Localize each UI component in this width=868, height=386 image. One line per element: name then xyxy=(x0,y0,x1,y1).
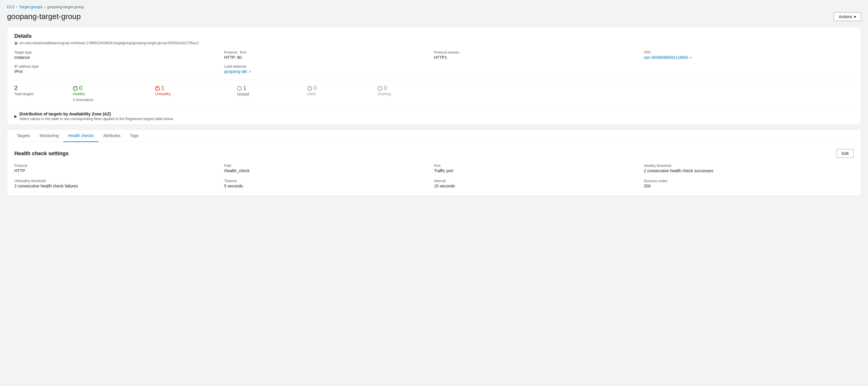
initial-icon xyxy=(307,86,312,91)
target-type-value: Instance xyxy=(14,55,224,60)
unhealthy-icon xyxy=(155,86,160,91)
setting-unhealthy-threshold-label: Unhealthy threshold xyxy=(14,179,224,183)
tab-targets[interactable]: Targets xyxy=(12,130,35,142)
chevron-down-icon: ▾ xyxy=(854,14,856,19)
stat-initial: 0 Initial xyxy=(307,85,378,102)
setting-timeout-label: Timeout xyxy=(224,179,434,183)
vpc-link[interactable]: vpc-00090d66f2e11f640 xyxy=(644,55,688,60)
stat-draining-number: 0 xyxy=(384,85,387,91)
stat-anomalous: 0 Anomalous xyxy=(73,98,150,102)
breadcrumb-sep-2: › xyxy=(44,5,45,9)
distribution-section[interactable]: ▶ Distribution of targets by Availabilit… xyxy=(7,108,861,125)
stat-unused-row: 1 xyxy=(237,85,303,92)
stat-initial-label: Initial xyxy=(307,92,373,96)
breadcrumb-ec2[interactable]: EC2 xyxy=(7,5,14,9)
details-title: Details xyxy=(14,33,854,39)
protocol-version-label: Protocol version xyxy=(434,51,644,55)
tab-attributes[interactable]: Attributes xyxy=(98,130,125,142)
stat-draining: 0 Draining xyxy=(378,85,448,102)
setting-success-codes-value: 200 xyxy=(644,184,854,188)
ip-type-value: IPv4 xyxy=(14,69,224,74)
setting-path-value: /health_check xyxy=(224,168,434,173)
breadcrumb-target-groups[interactable]: Target groups xyxy=(19,5,42,9)
tab-monitoring[interactable]: Monitoring xyxy=(35,130,63,142)
edit-button[interactable]: Edit xyxy=(837,149,854,158)
stat-unused-number: 1 xyxy=(243,85,246,91)
stat-unhealthy: 1 Unhealthy xyxy=(155,85,237,102)
setting-unhealthy-threshold: Unhealthy threshold 2 consecutive health… xyxy=(14,179,224,188)
setting-interval: Interval 15 seconds xyxy=(434,179,644,188)
details-card: Details ▦ arn:aws:elasticloadbalancing:a… xyxy=(7,27,861,125)
setting-port: Port Traffic port xyxy=(434,164,644,173)
setting-healthy-threshold-label: Healthy threshold xyxy=(644,164,854,168)
stat-total-number: 2 xyxy=(14,85,68,91)
health-check-section-header: Health check settings Edit xyxy=(14,149,854,158)
stat-healthy-row: 0 xyxy=(73,85,150,92)
target-type-label: Target type xyxy=(14,51,224,55)
stat-unused: 1 Unused xyxy=(237,85,307,102)
setting-healthy-threshold: Healthy threshold 2 consecutive health c… xyxy=(644,164,854,173)
distribution-text: Distribution of targets by Availability … xyxy=(19,111,174,121)
external-link-icon-lb: ↗ xyxy=(248,70,251,73)
tab-tags[interactable]: Tags xyxy=(125,130,143,142)
stat-initial-row: 0 xyxy=(307,85,373,92)
health-check-section-title: Health check settings xyxy=(14,151,69,157)
tabs-container: Targets Monitoring Health checks Attribu… xyxy=(7,129,861,196)
setting-protocol-label: Protocol xyxy=(14,164,224,168)
detail-load-balancer: Load balancer goopang-alb ↗ xyxy=(224,64,434,74)
tabs-bar: Targets Monitoring Health checks Attribu… xyxy=(7,130,861,142)
load-balancer-link[interactable]: goopang-alb xyxy=(224,69,247,74)
health-check-tab-content: Health check settings Edit Protocol HTTP… xyxy=(7,142,861,195)
detail-protocol-port: Protocol : Port HTTP: 80 xyxy=(224,51,434,60)
setting-success-codes: Success codes 200 xyxy=(644,179,854,188)
page-header: goopang-target-group Actions ▾ xyxy=(7,12,861,21)
setting-unhealthy-threshold-value: 2 consecutive health check failures xyxy=(14,184,224,188)
stat-unhealthy-label: Unhealthy xyxy=(155,92,232,96)
stat-unused-label: Unused xyxy=(237,92,303,96)
external-link-icon: ↗ xyxy=(689,56,692,60)
stat-unhealthy-number: 1 xyxy=(161,85,164,91)
detail-vpc: VPC vpc-00090d66f2e11f640 ↗ xyxy=(644,51,854,60)
page-title: goopang-target-group xyxy=(7,12,81,21)
draining-icon xyxy=(378,86,382,91)
stat-total: 2 Total targets xyxy=(14,85,73,102)
vpc-label: VPC xyxy=(644,51,854,55)
stats-row: 2 Total targets 0 Healthy 0 Anomalous 1 xyxy=(14,80,854,102)
detail-protocol-version: Protocol version HTTP1 xyxy=(434,51,644,60)
actions-button[interactable]: Actions ▾ xyxy=(834,12,861,21)
protocol-port-label: Protocol : Port xyxy=(224,51,434,55)
distribution-subtitle: Select values in this table to see corre… xyxy=(19,117,174,121)
stat-initial-number: 0 xyxy=(314,85,317,91)
actions-label: Actions xyxy=(839,14,852,19)
breadcrumb: EC2 › Target groups › goopang-target-gro… xyxy=(7,5,861,9)
setting-interval-value: 15 seconds xyxy=(434,184,644,188)
distribution-toggle-icon: ▶ xyxy=(14,114,17,118)
ip-type-label: IP address type xyxy=(14,64,224,68)
setting-path: Path /health_check xyxy=(224,164,434,173)
details-grid: Target type Instance Protocol : Port HTT… xyxy=(14,51,854,74)
setting-timeout: Timeout 5 seconds xyxy=(224,179,434,188)
detail-target-type: Target type Instance xyxy=(14,51,224,60)
stat-draining-row: 0 xyxy=(378,85,443,92)
setting-healthy-threshold-value: 2 consecutive health check successes xyxy=(644,168,854,173)
healthy-icon xyxy=(73,86,78,91)
setting-success-codes-label: Success codes xyxy=(644,179,854,183)
unused-icon xyxy=(237,86,242,91)
breadcrumb-sep-1: › xyxy=(16,5,17,9)
breadcrumb-current: goopang-target-group xyxy=(47,5,84,9)
setting-port-value: Traffic port xyxy=(434,168,644,173)
detail-ip-type: IP address type IPv4 xyxy=(14,64,224,74)
distribution-title: Distribution of targets by Availability … xyxy=(19,111,174,116)
protocol-port-value: HTTP: 80 xyxy=(224,55,434,60)
stat-healthy-number: 0 xyxy=(79,85,82,91)
setting-protocol: Protocol HTTP xyxy=(14,164,224,173)
copy-icon[interactable]: ▦ xyxy=(14,41,18,45)
load-balancer-label: Load balancer xyxy=(224,64,434,68)
setting-timeout-value: 5 seconds xyxy=(224,184,434,188)
stat-healthy-label: Healthy xyxy=(73,92,150,96)
stat-draining-label: Draining xyxy=(378,92,443,96)
tab-health-checks[interactable]: Health checks xyxy=(63,130,98,142)
stat-unhealthy-row: 1 xyxy=(155,85,232,92)
setting-path-label: Path xyxy=(224,164,434,168)
setting-interval-label: Interval xyxy=(434,179,644,183)
